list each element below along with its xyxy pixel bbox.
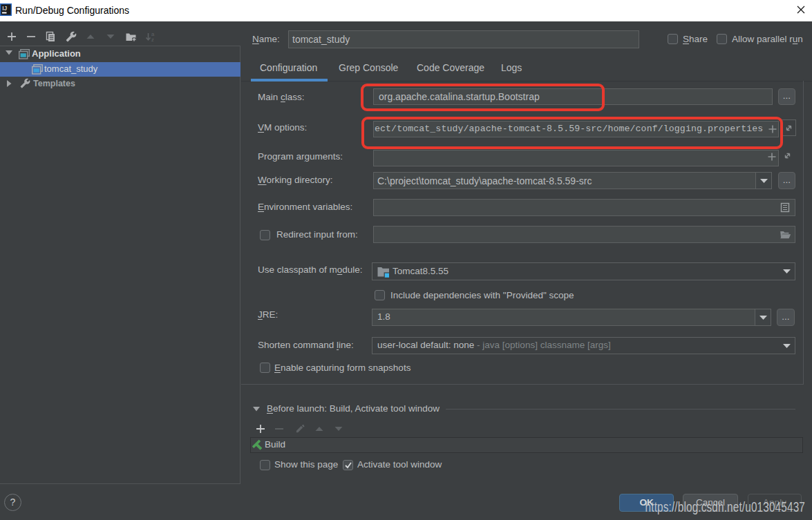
- svg-text:z: z: [151, 36, 154, 42]
- svg-text:IJ: IJ: [2, 5, 7, 12]
